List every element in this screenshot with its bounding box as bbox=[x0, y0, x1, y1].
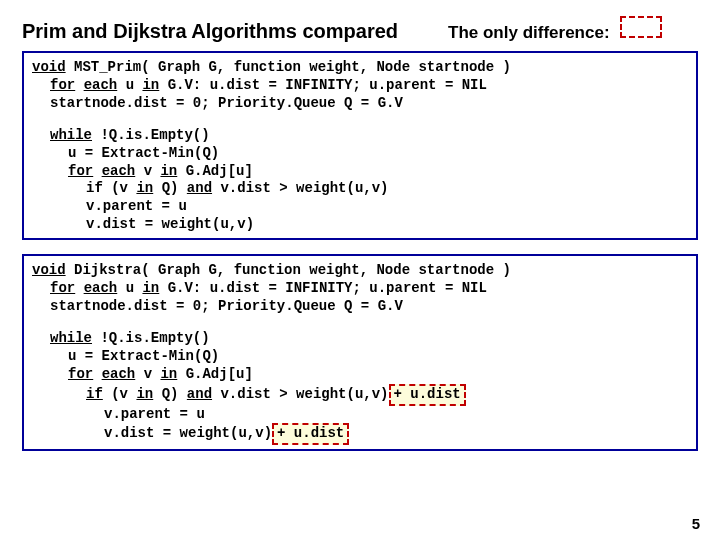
code-line: startnode.dist = 0; Priority.Queue Q = G… bbox=[32, 298, 688, 316]
keyword-for: for bbox=[68, 163, 93, 179]
keyword-in: in bbox=[136, 386, 153, 402]
keyword-for: for bbox=[50, 77, 75, 93]
keyword-in: in bbox=[160, 366, 177, 382]
keyword-each: each bbox=[84, 77, 118, 93]
code-line: u = Extract-Min(Q) bbox=[32, 145, 688, 163]
code-line: startnode.dist = 0; Priority.Queue Q = G… bbox=[32, 95, 688, 113]
code-line: u = Extract-Min(Q) bbox=[32, 348, 688, 366]
code-line: for each u in G.V: u.dist = INFINITY; u.… bbox=[32, 77, 688, 95]
keyword-for: for bbox=[68, 366, 93, 382]
keyword-each: each bbox=[102, 163, 136, 179]
slide-subtitle: The only difference: bbox=[448, 23, 610, 43]
keyword-each: each bbox=[84, 280, 118, 296]
code-line: v.dist = weight(u,v) + u.dist bbox=[32, 423, 688, 445]
difference-highlight: + u.dist bbox=[272, 423, 349, 445]
code-line: v.parent = u bbox=[32, 198, 688, 216]
keyword-void: void bbox=[32, 59, 66, 75]
keyword-while: while bbox=[50, 127, 92, 143]
code-line: if (v in Q) and v.dist > weight(u,v) + u… bbox=[32, 384, 688, 406]
code-line: while !Q.is.Empty() bbox=[32, 127, 688, 145]
keyword-each: each bbox=[102, 366, 136, 382]
code-line: while !Q.is.Empty() bbox=[32, 330, 688, 348]
code-line: for each u in G.V: u.dist = INFINITY; u.… bbox=[32, 280, 688, 298]
blank-line bbox=[32, 316, 688, 330]
blank-line bbox=[32, 113, 688, 127]
difference-marker-icon bbox=[620, 16, 662, 38]
slide-title: Prim and Dijkstra Algorithms compared bbox=[22, 20, 398, 43]
keyword-in: in bbox=[142, 280, 159, 296]
keyword-for: for bbox=[50, 280, 75, 296]
keyword-in: in bbox=[136, 180, 153, 196]
code-line: v.dist = weight(u,v) bbox=[32, 216, 688, 234]
code-line: if (v in Q) and v.dist > weight(u,v) bbox=[32, 180, 688, 198]
prim-code-block: void MST_Prim( Graph G, function weight,… bbox=[22, 51, 698, 240]
slide: Prim and Dijkstra Algorithms compared Th… bbox=[0, 0, 720, 540]
keyword-in: in bbox=[160, 163, 177, 179]
keyword-if: if bbox=[86, 386, 103, 402]
page-number: 5 bbox=[692, 515, 700, 532]
keyword-and: and bbox=[187, 386, 212, 402]
keyword-void: void bbox=[32, 262, 66, 278]
difference-highlight: + u.dist bbox=[389, 384, 466, 406]
keyword-in: in bbox=[142, 77, 159, 93]
code-line: for each v in G.Adj[u] bbox=[32, 366, 688, 384]
keyword-and: and bbox=[187, 180, 212, 196]
keyword-while: while bbox=[50, 330, 92, 346]
code-line: for each v in G.Adj[u] bbox=[32, 163, 688, 181]
dijkstra-code-block: void Dijkstra( Graph G, function weight,… bbox=[22, 254, 698, 451]
code-line: void MST_Prim( Graph G, function weight,… bbox=[32, 59, 688, 77]
header-row: Prim and Dijkstra Algorithms compared Th… bbox=[22, 18, 698, 43]
code-line: void Dijkstra( Graph G, function weight,… bbox=[32, 262, 688, 280]
code-line: v.parent = u bbox=[32, 406, 688, 424]
